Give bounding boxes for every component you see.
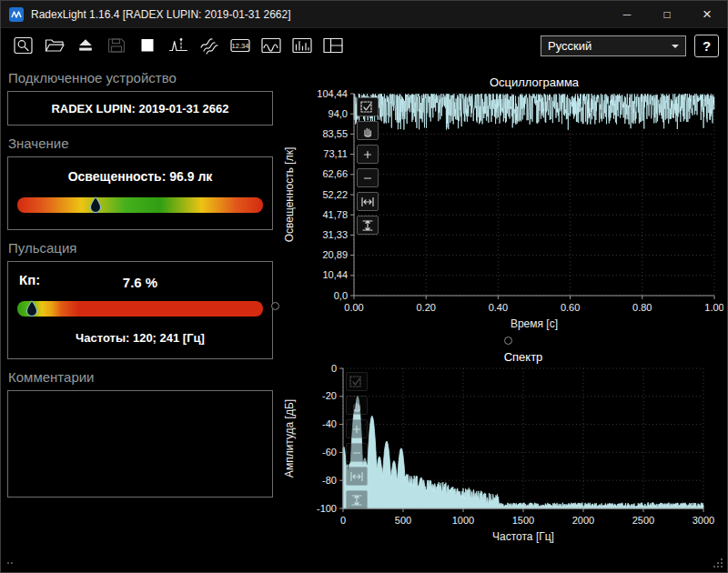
eject-button[interactable] xyxy=(71,33,99,59)
continuous-measurement-button[interactable] xyxy=(195,33,223,59)
magnifier-icon xyxy=(15,38,32,54)
comments-input[interactable] xyxy=(7,390,273,498)
svg-text:0.00: 0.00 xyxy=(344,302,363,313)
svg-text:Освещенность [лк]: Освещенность [лк] xyxy=(283,147,296,243)
close-button[interactable]: × xyxy=(687,1,727,27)
spectrum-chart[interactable]: 0-20-40-60-80-10005001000150020002500300… xyxy=(281,350,723,548)
zoom-in-button[interactable] xyxy=(346,419,368,438)
svg-text:0.40: 0.40 xyxy=(489,302,508,313)
chart-splitter-handle[interactable] xyxy=(504,337,512,345)
illuminance-gradient-bar xyxy=(17,197,263,213)
illuminance-marker xyxy=(90,196,102,214)
svg-text:0,0: 0,0 xyxy=(334,290,348,301)
plus-icon xyxy=(365,151,371,157)
pulsation-section-title: Пульсация xyxy=(8,240,273,256)
svg-text:1000: 1000 xyxy=(452,515,474,526)
hand-icon xyxy=(365,128,370,136)
titlebar: RadexLight 1.16.4 [RADEX LUPIN: 2019-01-… xyxy=(1,1,727,28)
fit-vertical-button[interactable] xyxy=(346,490,368,509)
numeric-view-button[interactable]: 12.34 xyxy=(226,33,254,59)
help-button[interactable]: ? xyxy=(694,35,719,57)
layout-view-button[interactable] xyxy=(318,33,347,59)
app-window: RadexLight 1.16.4 [RADEX LUPIN: 2019-01-… xyxy=(0,0,728,573)
fit-vertical-icon xyxy=(363,221,372,230)
resize-grip[interactable] xyxy=(713,558,723,568)
panel-splitter-handle[interactable] xyxy=(271,302,279,310)
svg-text:-100: -100 xyxy=(317,503,337,514)
svg-text:83,55: 83,55 xyxy=(322,128,348,139)
eject-icon xyxy=(79,39,92,50)
save-button[interactable] xyxy=(102,33,130,59)
svg-text:500: 500 xyxy=(395,515,411,526)
zoom-out-button[interactable] xyxy=(357,168,379,187)
maximize-button[interactable]: □ xyxy=(647,1,687,27)
svg-text:Спектр: Спектр xyxy=(504,350,543,364)
fit-horizontal-button[interactable] xyxy=(357,192,379,211)
svg-text:Время [с]: Время [с] xyxy=(511,317,558,330)
spectrum-tools xyxy=(346,372,368,509)
window-title: RadexLight 1.16.4 [RADEX LUPIN: 2019-01-… xyxy=(31,8,291,21)
svg-text:Осциллограмма: Осциллограмма xyxy=(490,75,580,89)
value-section-title: Значение xyxy=(8,136,273,151)
fit-horizontal-icon xyxy=(362,197,373,206)
toolbar-buttons: 12.34 xyxy=(9,33,347,59)
waveforms-icon xyxy=(201,39,217,54)
device-name: RADEX LUPIN: 2019-01-31 2662 xyxy=(7,91,273,126)
svg-text:73,11: 73,11 xyxy=(323,148,348,159)
charts-panel: 0,010,4420,8931,3341,7852,2262,6673,1183… xyxy=(279,63,723,572)
check-select-icon xyxy=(361,102,371,112)
folder-open-icon xyxy=(46,40,64,51)
pulsation-scale xyxy=(17,301,263,317)
svg-text:2000: 2000 xyxy=(572,515,594,526)
window-controls: ─ □ × xyxy=(607,1,727,27)
layout-icon xyxy=(324,39,342,53)
svg-text:-60: -60 xyxy=(322,447,337,457)
svg-text:62,66: 62,66 xyxy=(322,168,348,179)
language-value: Русский xyxy=(548,39,592,53)
app-icon xyxy=(9,7,24,22)
zoom-select-button[interactable] xyxy=(357,97,379,116)
oscillogram-chart[interactable]: 0,010,4420,8931,3341,7852,2262,6673,1183… xyxy=(281,72,723,337)
spectrum-view-button[interactable] xyxy=(288,33,316,59)
svg-text:0.80: 0.80 xyxy=(632,302,652,313)
zoom-out-button[interactable] xyxy=(346,443,368,462)
oscillogram-icon xyxy=(262,39,280,53)
pulsation-marker xyxy=(26,300,38,317)
fit-vertical-button[interactable] xyxy=(357,216,379,235)
fit-horizontal-button[interactable] xyxy=(346,467,368,486)
stop-button[interactable] xyxy=(133,33,161,59)
corner-dots xyxy=(6,560,14,566)
illuminance-reading: Освещенность: 96.9 лк xyxy=(17,169,263,184)
svg-text:20,89: 20,89 xyxy=(322,249,348,260)
svg-text:0: 0 xyxy=(340,515,346,526)
svg-text:41,78: 41,78 xyxy=(322,209,348,220)
oscillogram-plot: 0,010,4420,8931,3341,7852,2262,6673,1183… xyxy=(281,72,723,337)
plus-icon xyxy=(354,426,360,432)
pan-button[interactable] xyxy=(357,121,379,140)
search-device-button[interactable] xyxy=(9,33,37,59)
single-measurement-button[interactable] xyxy=(164,33,192,59)
svg-text:Амплитуда [дБ]: Амплитуда [дБ] xyxy=(283,399,296,478)
zoom-select-button[interactable] xyxy=(346,372,368,391)
svg-text:0.60: 0.60 xyxy=(561,302,580,313)
toolbar-right: Русский ? xyxy=(541,35,719,57)
svg-text:-20: -20 xyxy=(322,390,337,401)
comments-section-title: Комментарии xyxy=(8,369,273,385)
oscillogram-tools xyxy=(357,97,379,235)
stop-square-icon xyxy=(141,39,153,52)
svg-text:0: 0 xyxy=(331,363,337,374)
oscillogram-view-button[interactable] xyxy=(257,33,285,59)
left-panel: Подключенное устройство RADEX LUPIN: 201… xyxy=(1,63,279,572)
open-file-button[interactable] xyxy=(40,33,68,59)
chevron-down-icon xyxy=(672,45,679,52)
language-select[interactable]: Русский xyxy=(541,35,686,56)
floppy-icon xyxy=(108,39,124,52)
svg-text:31,33: 31,33 xyxy=(322,229,348,240)
pulsation-box: Кп: 7.6 % Частоты: 120; 241 [Гц] xyxy=(7,261,273,359)
svg-text:2500: 2500 xyxy=(632,515,654,526)
minimize-button[interactable]: ─ xyxy=(607,1,647,27)
svg-text:12.34: 12.34 xyxy=(231,42,248,50)
zoom-in-button[interactable] xyxy=(357,145,379,164)
pan-button[interactable] xyxy=(346,396,368,415)
digits-icon: 12.34 xyxy=(231,40,249,52)
